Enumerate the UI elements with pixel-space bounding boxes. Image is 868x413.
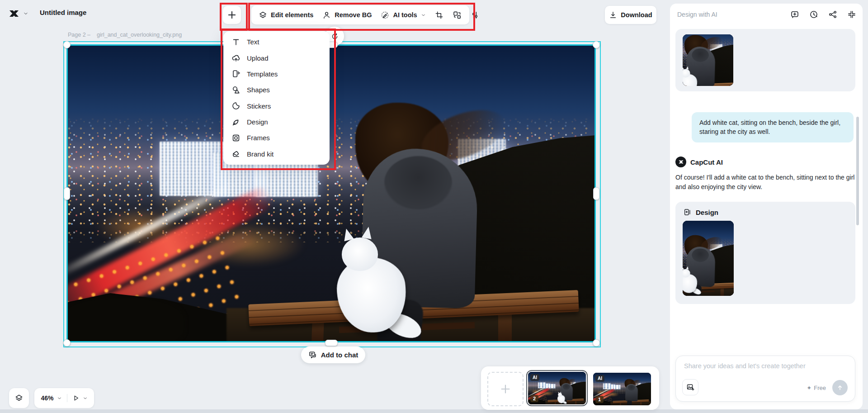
- crop-button[interactable]: [435, 9, 443, 21]
- selection-handle-top-left[interactable]: [63, 41, 71, 48]
- panel-scrollbar[interactable]: [856, 117, 859, 225]
- menu-item-label: Templates: [247, 70, 278, 78]
- selection-handle-bottom[interactable]: [325, 340, 338, 346]
- document-title[interactable]: Untitled image: [40, 9, 86, 16]
- history-icon[interactable]: [809, 10, 818, 19]
- magic-pen-icon: [381, 11, 389, 19]
- chevron-down-icon: [23, 11, 28, 16]
- layers-icon: [14, 394, 24, 403]
- menu-item-label: Shapes: [247, 86, 270, 94]
- brand-kit-icon: [231, 149, 241, 158]
- divider: [67, 394, 67, 402]
- menu-item-design[interactable]: Design: [223, 114, 330, 130]
- menu-item-label: Text: [247, 38, 259, 46]
- prompt-composer: ✦ Free: [675, 356, 855, 402]
- panel-title: Design with AI: [677, 11, 717, 18]
- ai-tools-button[interactable]: AI tools: [381, 11, 425, 19]
- night-city-scene: [683, 34, 733, 86]
- menu-item-stickers[interactable]: Stickers: [223, 98, 330, 114]
- send-button[interactable]: [832, 380, 848, 395]
- menu-item-label: Frames: [247, 134, 270, 142]
- selection-handle-right[interactable]: [593, 187, 599, 200]
- capcut-image-editor: Untitled image Edit elements Remove BG A…: [0, 0, 868, 413]
- panel-header-actions: [790, 10, 856, 19]
- add-page-button[interactable]: [487, 372, 524, 406]
- design-card-header: Design: [684, 208, 718, 216]
- design-result-card: Design: [675, 202, 855, 304]
- sticker-icon: [231, 101, 241, 110]
- free-label: Free: [814, 385, 826, 391]
- ai-tools-label: AI tools: [393, 11, 417, 19]
- chat-attachment-card: [675, 29, 855, 91]
- assistant-reply: Of course! I'll add a white cat to the b…: [675, 173, 858, 192]
- menu-item-frames[interactable]: Frames: [223, 130, 330, 146]
- design-icon: [231, 118, 241, 127]
- menu-item-shapes[interactable]: Shapes: [223, 82, 330, 98]
- prompt-input[interactable]: [683, 362, 848, 370]
- edit-elements-button[interactable]: Edit elements: [259, 11, 313, 19]
- page-number-badge: 1: [595, 396, 604, 403]
- filename-label: girl_and_cat_overlooking_city.png: [97, 32, 182, 38]
- crop-icon: [435, 11, 443, 19]
- canvas-image[interactable]: [66, 44, 596, 342]
- capcut-ai-avatar: [675, 157, 686, 167]
- zoom-preview-controls: 46%: [34, 388, 94, 408]
- chevron-down-icon[interactable]: [83, 396, 88, 401]
- preview-cursor-icon[interactable]: [72, 394, 80, 402]
- sliders-icon: [471, 11, 479, 19]
- window-bottom-edge: [0, 409, 868, 413]
- adjust-button[interactable]: [471, 9, 479, 21]
- selection-handle-top-right[interactable]: [593, 41, 600, 48]
- download-icon: [609, 11, 617, 19]
- sparkle-icon: ✦: [807, 385, 811, 391]
- chevron-down-icon[interactable]: [57, 396, 62, 401]
- attach-image-button[interactable]: [682, 379, 698, 395]
- free-plan-tag: ✦ Free: [807, 385, 826, 391]
- plus-icon: [227, 10, 237, 20]
- chat-attachment-image[interactable]: [683, 34, 733, 86]
- download-button[interactable]: Download: [605, 6, 656, 24]
- app-logo-menu[interactable]: [8, 6, 33, 21]
- ai-badge: AI: [595, 375, 604, 382]
- menu-item-text[interactable]: Text: [223, 34, 330, 50]
- page-thumbnail-1[interactable]: AI 1: [592, 372, 652, 406]
- design-result-image[interactable]: [683, 221, 734, 296]
- collapse-panel-icon[interactable]: [847, 10, 856, 19]
- page-number-label: Page 2 –: [68, 32, 90, 38]
- share-icon[interactable]: [828, 10, 837, 19]
- shapes-icon: [231, 85, 241, 95]
- page-thumbnail-2-selected[interactable]: AI 2: [526, 370, 588, 406]
- add-to-chat-button[interactable]: Add to chat: [301, 347, 365, 363]
- selection-handle-bottom-right[interactable]: [593, 339, 600, 347]
- menu-item-label: Design: [247, 118, 268, 126]
- zoom-level[interactable]: 46%: [41, 394, 53, 402]
- menu-item-label: Stickers: [247, 102, 271, 110]
- selection-handle-bottom-left[interactable]: [63, 339, 71, 347]
- layers-panel-button[interactable]: [9, 388, 29, 408]
- replace-button[interactable]: [453, 9, 462, 21]
- edit-elements-label: Edit elements: [271, 11, 313, 19]
- add-element-menu: Text Upload Templates Shapes Stickers De…: [223, 31, 330, 165]
- capcut-logo-icon: [8, 9, 20, 18]
- ai-badge: AI: [530, 374, 539, 381]
- selection-handle-left[interactable]: [64, 187, 70, 200]
- menu-item-templates[interactable]: Templates: [223, 66, 330, 82]
- add-element-button[interactable]: [223, 6, 241, 24]
- chevron-down-icon: [421, 13, 426, 18]
- design-with-ai-panel: Design with AI: [670, 4, 863, 409]
- pages-bar: AI 2 AI 1: [481, 366, 659, 410]
- new-chat-icon[interactable]: [790, 10, 799, 19]
- design-doc-icon: [684, 208, 692, 216]
- menu-item-label: Brand kit: [247, 150, 274, 158]
- frames-icon: [231, 133, 241, 142]
- cloud-upload-icon: [231, 53, 241, 62]
- remove-bg-label: Remove BG: [335, 11, 372, 19]
- person-icon: [322, 11, 331, 19]
- chat-bubbles-icon: [308, 351, 317, 359]
- menu-item-brand-kit[interactable]: Brand kit: [223, 146, 330, 162]
- remove-bg-button[interactable]: Remove BG: [322, 11, 372, 19]
- swap-icon: [453, 10, 462, 19]
- templates-icon: [231, 69, 241, 78]
- edit-toolbar: Edit elements Remove BG AI tools: [251, 5, 469, 24]
- menu-item-upload[interactable]: Upload: [223, 50, 330, 66]
